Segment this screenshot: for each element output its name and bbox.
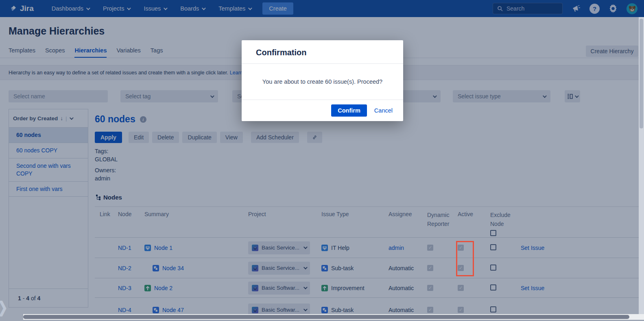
- horizontal-scrollbar-thumb[interactable]: [23, 315, 629, 319]
- vertical-scrollbar[interactable]: [639, 17, 644, 314]
- confirmation-dialog: Confirmation You are about to create 60 …: [242, 40, 403, 121]
- cancel-button[interactable]: Cancel: [374, 107, 393, 114]
- active-column-highlight-annotation: [456, 241, 474, 276]
- dialog-message: You are about to create 60 issue(s). Pro…: [242, 64, 403, 100]
- sidebar-expand-chevron[interactable]: ❯: [0, 298, 8, 316]
- vertical-scrollbar-thumb[interactable]: [640, 19, 643, 128]
- dialog-title: Confirmation: [242, 40, 403, 64]
- jira-manage-hierarchies-screen: Jira Dashboards Projects Issues Boards T…: [0, 0, 644, 321]
- horizontal-scrollbar[interactable]: [23, 314, 644, 320]
- dialog-footer: Confirm Cancel: [242, 100, 403, 121]
- confirm-button[interactable]: Confirm: [331, 104, 367, 117]
